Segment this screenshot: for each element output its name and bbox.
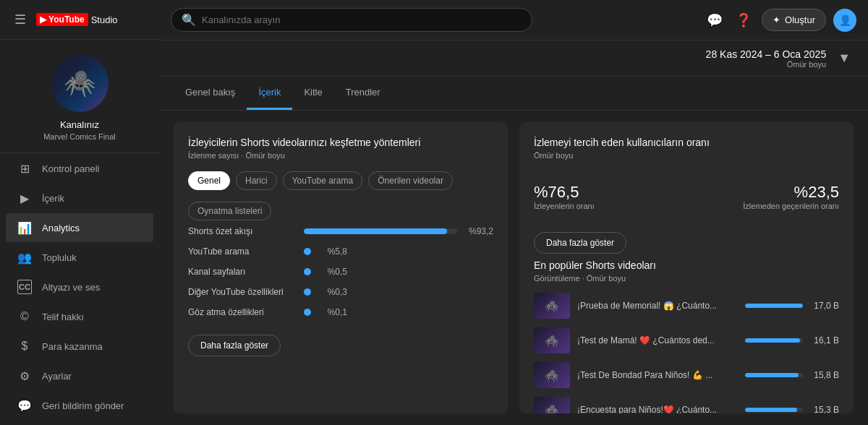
sidebar: ☰ ▶ YouTube Studio Kanalınız Marvel Comi… xyxy=(0,0,159,425)
create-label: Oluştur xyxy=(785,14,815,25)
help-button[interactable]: ❓ xyxy=(733,9,754,31)
video-thumb-1: 🕷️ xyxy=(534,293,570,319)
video-count-2: 16,1 B xyxy=(810,335,839,345)
content-icon: ▶ xyxy=(17,191,32,205)
popular-title: En popüler Shorts videoları xyxy=(534,259,839,271)
ratio-stat-left: %76,5 İzleyenlerin oranı xyxy=(534,183,595,210)
bar-pct-youtube: %5,8 xyxy=(318,246,347,257)
discovery-subtitle: İzlenme sayısı · Ömür boyu xyxy=(188,151,493,160)
sidebar-item-para[interactable]: $ Para kazanma xyxy=(6,332,153,361)
sidebar-item-geri[interactable]: 💬 Geri bildirim gönder xyxy=(6,391,153,420)
filter-row: Genel Harici YouTube arama Önerilen vide… xyxy=(188,171,493,190)
bar-row-kanal: Kanal sayfaları %0,5 xyxy=(188,267,493,277)
dot-youtube xyxy=(304,248,311,255)
filter-oynatma[interactable]: Oynatma listeleri xyxy=(188,202,271,220)
search-bar[interactable]: 🔍 xyxy=(171,8,532,32)
cards-row: İzleyicilerin Shorts videolarınızı keşfe… xyxy=(159,111,868,425)
date-range-title: 28 Kas 2024 – 6 Oca 2025 xyxy=(706,48,827,60)
tab-icerik[interactable]: İçerik xyxy=(247,77,292,110)
discovery-show-more[interactable]: Daha fazla göster xyxy=(188,335,281,356)
channel-subtitle: Marvel Comics Final xyxy=(43,132,116,141)
create-icon: ✦ xyxy=(773,14,780,25)
monetize-icon: $ xyxy=(17,339,32,353)
date-range-bar: 28 Kas 2024 – 6 Oca 2025 Ömür boyu ▼ xyxy=(159,40,868,77)
sidebar-nav: ⊞ Kontrol paneli ▶ İçerik 📊 Analytics 👥 … xyxy=(0,153,159,421)
sidebar-header: ☰ ▶ YouTube Studio xyxy=(0,0,159,40)
dot-goz xyxy=(304,309,311,316)
filter-youtube-arama[interactable]: YouTube arama xyxy=(283,171,363,190)
sidebar-item-altyazi[interactable]: CC Altyazı ve ses xyxy=(6,272,153,301)
video-bar-fill-3 xyxy=(745,373,799,377)
messages-button[interactable]: 💬 xyxy=(704,9,726,31)
ratio-stat-right: %23,5 İzlemeden geçenlerin oranı xyxy=(743,183,839,210)
filter-genel[interactable]: Genel xyxy=(188,171,230,190)
sidebar-item-altyazi-label: Altyazı ve ses xyxy=(42,282,100,293)
channel-info: Kanalınız Marvel Comics Final xyxy=(0,40,159,153)
sidebar-item-ayarlar-label: Ayarlar xyxy=(42,371,72,382)
sidebar-item-analytics[interactable]: 📊 Analytics xyxy=(6,213,153,242)
bar-fill-shorts xyxy=(304,228,447,234)
ratio-stats: %76,5 İzleyenlerin oranı %23,5 İzlemeden… xyxy=(534,183,839,210)
date-expand-button[interactable]: ▼ xyxy=(835,48,854,69)
video-bar-fill-2 xyxy=(745,338,800,343)
sidebar-item-para-label: Para kazanma xyxy=(42,341,103,352)
sidebar-item-ayarlar[interactable]: ⚙ Ayarlar xyxy=(6,361,153,390)
ratio-label-left: İzleyenlerin oranı xyxy=(534,202,595,210)
video-bar-container-1 xyxy=(745,304,803,308)
sidebar-item-topluluk[interactable]: 👥 Topluluk xyxy=(6,243,153,272)
menu-button[interactable]: ☰ xyxy=(12,9,29,30)
yt-studio-logo: ▶ YouTube Studio xyxy=(36,13,118,26)
search-icon: 🔍 xyxy=(182,13,196,27)
sidebar-item-icerik-label: İçerik xyxy=(42,193,64,204)
discovery-title: İzleyicilerin Shorts videolarınızı keşfe… xyxy=(188,137,493,148)
settings-icon: ⚙ xyxy=(17,369,32,383)
filter-onerilen[interactable]: Önerilen videolar xyxy=(368,171,453,190)
video-title-4: ¡Encuesta para Niños!❤️ ¿Cuánto... xyxy=(577,405,738,413)
video-title-3: ¡Test De Bondad Para Niños! 💪 ... xyxy=(577,370,738,380)
sidebar-item-topluluk-label: Topluluk xyxy=(42,252,77,263)
video-bar-container-4 xyxy=(745,408,803,412)
tab-genel[interactable]: Genel bakış xyxy=(174,77,247,110)
sidebar-item-kontrol[interactable]: ⊞ Kontrol paneli xyxy=(6,154,153,183)
bar-pct-kanal: %0,5 xyxy=(318,267,347,277)
discovery-card: İzleyicilerin Shorts videolarınızı keşfe… xyxy=(174,122,508,413)
sidebar-item-icerik[interactable]: ▶ İçerik xyxy=(6,184,153,212)
video-bar-container-2 xyxy=(745,338,803,343)
video-thumb-3: 🕷️ xyxy=(534,362,570,388)
main-area: 🔍 💬 ❓ ✦ Oluştur 👤 28 Kas 2024 – 6 Oca 20… xyxy=(159,0,868,425)
bar-label-kanal: Kanal sayfaları xyxy=(188,267,297,277)
dot-kanal xyxy=(304,268,311,275)
date-range-period: Ömür boyu xyxy=(787,60,826,69)
bar-label-youtube: YouTube arama xyxy=(188,246,297,257)
sidebar-item-telif-label: Telif hakkı xyxy=(42,312,84,322)
ratio-label-right: İzlemeden geçenlerin oranı xyxy=(743,202,839,210)
cc-icon: CC xyxy=(17,280,32,294)
community-icon: 👥 xyxy=(17,250,32,265)
tab-trendler[interactable]: Trendler xyxy=(334,77,392,110)
video-count-4: 15,3 B xyxy=(810,405,839,413)
create-button[interactable]: ✦ Oluştur xyxy=(762,9,826,31)
ratio-show-more[interactable]: Daha fazla göster xyxy=(534,232,626,254)
popular-section: En popüler Shorts videoları Görüntüleme … xyxy=(534,259,839,413)
video-count-3: 15,8 B xyxy=(810,370,839,380)
filter-harici[interactable]: Harici xyxy=(236,171,277,190)
ratio-title: İzlemeyi tercih eden kullanıcıların oran… xyxy=(534,137,839,148)
channel-name: Kanalınız xyxy=(60,119,99,130)
video-bar-fill-1 xyxy=(745,304,803,308)
bar-pct-shorts: %93,2 xyxy=(464,226,493,236)
bar-row-youtube: YouTube arama %5,8 xyxy=(188,246,493,257)
avatar xyxy=(51,54,109,112)
bar-pct-diger: %0,3 xyxy=(318,287,347,297)
studio-text: Studio xyxy=(91,14,118,25)
content-area: 28 Kas 2024 – 6 Oca 2025 Ömür boyu ▼ Gen… xyxy=(159,40,868,425)
feedback-icon: 💬 xyxy=(17,398,32,413)
video-thumb-2: 🕷️ xyxy=(534,327,570,353)
list-item: 🕷️ ¡Prueba de Memorial! 😱 ¿Cuánto... 17,… xyxy=(534,293,839,319)
popular-subtitle: Görüntüleme · Ömür boyu xyxy=(534,274,839,283)
topbar: 🔍 💬 ❓ ✦ Oluştur 👤 xyxy=(159,0,868,40)
dashboard-icon: ⊞ xyxy=(17,161,32,176)
sidebar-item-telif[interactable]: © Telif hakkı xyxy=(6,302,153,331)
user-avatar[interactable]: 👤 xyxy=(833,9,856,32)
tab-kitle[interactable]: Kitle xyxy=(292,77,333,110)
search-input[interactable] xyxy=(202,14,522,25)
